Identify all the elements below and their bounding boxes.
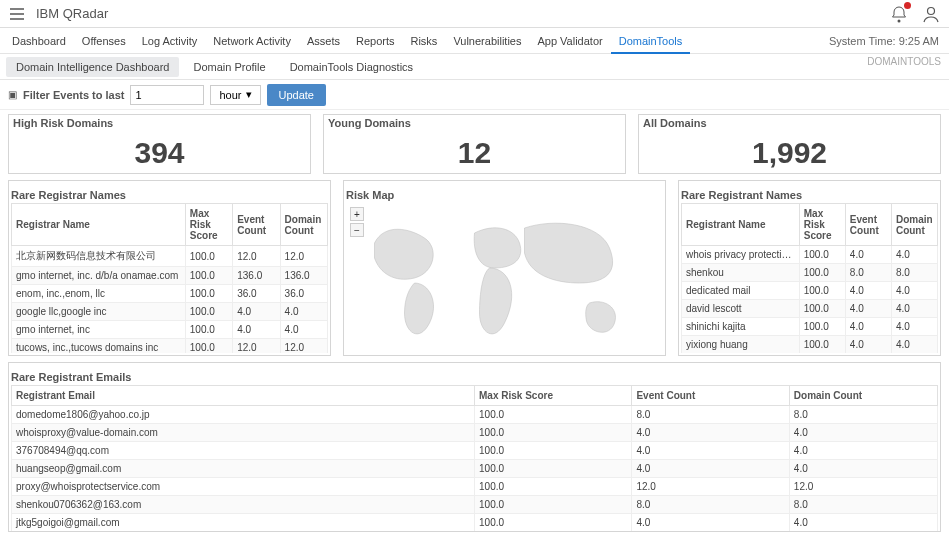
table-row[interactable]: shenkou100.08.08.0 — [682, 264, 938, 282]
table-cell: 4.0 — [632, 514, 789, 532]
registrant-panel: Rare Registrant Names Registrant Name Ma… — [678, 180, 941, 356]
table-row[interactable]: dedicated mail100.04.04.0 — [682, 282, 938, 300]
tab-risks[interactable]: Risks — [402, 28, 445, 54]
tab-domaintools[interactable]: DomainTools — [611, 28, 691, 54]
filter-unit-dropdown[interactable]: hour ▾ — [210, 85, 260, 105]
table-cell: 100.0 — [799, 300, 845, 318]
subtab-diagnostics[interactable]: DomainTools Diagnostics — [280, 57, 424, 77]
table-cell: 4.0 — [632, 460, 789, 478]
table-row[interactable]: yixiong huang100.04.04.0 — [682, 336, 938, 354]
tab-network-activity[interactable]: Network Activity — [205, 28, 299, 54]
col-max-risk[interactable]: Max Risk Score — [185, 204, 232, 246]
table-cell: 136.0 — [280, 267, 327, 285]
user-icon[interactable] — [921, 4, 941, 24]
table-cell: 4.0 — [891, 318, 937, 336]
table-cell: 4.0 — [632, 424, 789, 442]
table-row[interactable]: huangseop@gmail.com100.04.04.0 — [12, 460, 938, 478]
brand-title: IBM QRadar — [36, 6, 108, 21]
table-cell: yixiong huang — [682, 336, 800, 354]
table-row[interactable]: google llc,google inc100.04.04.0 — [12, 303, 328, 321]
table-row[interactable]: whois privacy protection service by valu… — [682, 246, 938, 264]
map-panel: Risk Map + − — [343, 180, 666, 356]
registrant-scroll[interactable]: Registrant Name Max Risk Score Event Cou… — [681, 203, 938, 353]
table-row[interactable]: jtkg5goigoi@gmail.com100.04.04.0 — [12, 514, 938, 532]
zoom-out-icon[interactable]: − — [350, 223, 364, 237]
map-zoom-controls: + − — [350, 207, 364, 237]
table-cell: 100.0 — [475, 532, 632, 533]
table-cell: 100.0 — [799, 246, 845, 264]
card-title: Young Domains — [324, 115, 625, 131]
table-row[interactable]: whoisproxy@value-domain.com100.04.04.0 — [12, 424, 938, 442]
emails-panel: Rare Registrant Emails Registrant Email … — [8, 362, 941, 532]
table-row[interactable]: 376708494@qq.com100.04.04.0 — [12, 442, 938, 460]
topbar: IBM QRadar — [0, 0, 949, 28]
notifications-icon[interactable] — [889, 4, 909, 24]
tab-offenses[interactable]: Offenses — [74, 28, 134, 54]
table-row[interactable]: shinichi kajita100.04.04.0 — [682, 318, 938, 336]
table-cell: 100.0 — [475, 496, 632, 514]
filter-value-input[interactable] — [130, 85, 204, 105]
collapse-icon[interactable]: ▣ — [8, 89, 17, 100]
table-row[interactable]: 北京新网数码信息技术有限公司100.012.012.0 — [12, 246, 328, 267]
table-cell: shenkou0706362@163.com — [12, 496, 475, 514]
table-cell: jtkg5goigoi@gmail.com — [12, 514, 475, 532]
tab-reports[interactable]: Reports — [348, 28, 403, 54]
tab-vulnerabilities[interactable]: Vulnerabilities — [445, 28, 529, 54]
risk-map[interactable]: + − — [346, 203, 663, 353]
table-row[interactable]: gmo internet, inc. d/b/a onamae.com100.0… — [12, 267, 328, 285]
col-event-count[interactable]: Event Count — [632, 386, 789, 406]
table-cell: whois privacy protection service by valu… — [682, 246, 800, 264]
col-max-risk[interactable]: Max Risk Score — [799, 204, 845, 246]
table-row[interactable]: sales@termfly.net100.04.04.0 — [12, 532, 938, 533]
col-registrar-name[interactable]: Registrar Name — [12, 204, 186, 246]
table-row[interactable]: david lescott100.04.04.0 — [682, 300, 938, 318]
table-row[interactable]: domedome1806@yahoo.co.jp100.08.08.0 — [12, 406, 938, 424]
table-cell: 4.0 — [845, 336, 891, 354]
world-map-svg — [346, 203, 663, 353]
tab-log-activity[interactable]: Log Activity — [134, 28, 206, 54]
registrar-scroll[interactable]: Registrar Name Max Risk Score Event Coun… — [11, 203, 328, 353]
col-event-count[interactable]: Event Count — [845, 204, 891, 246]
table-cell: 100.0 — [185, 246, 232, 267]
table-cell: 8.0 — [891, 264, 937, 282]
table-cell: enom, inc.,enom, llc — [12, 285, 186, 303]
zoom-in-icon[interactable]: + — [350, 207, 364, 221]
notification-badge — [904, 2, 911, 9]
table-row[interactable]: gmo internet, inc100.04.04.0 — [12, 321, 328, 339]
registrar-table: Registrar Name Max Risk Score Event Coun… — [11, 203, 328, 353]
col-domain-count[interactable]: Domain Count — [280, 204, 327, 246]
tab-dashboard[interactable]: Dashboard — [4, 28, 74, 54]
table-cell: 4.0 — [632, 442, 789, 460]
col-email[interactable]: Registrant Email — [12, 386, 475, 406]
card-title: All Domains — [639, 115, 940, 131]
table-row[interactable]: enom, inc.,enom, llc100.036.036.0 — [12, 285, 328, 303]
col-event-count[interactable]: Event Count — [233, 204, 280, 246]
filter-label: Filter Events to last — [23, 89, 124, 101]
col-domain-count[interactable]: Domain Count — [789, 386, 937, 406]
table-cell: david lescott — [682, 300, 800, 318]
table-row[interactable]: tucows, inc.,tucows domains inc100.012.0… — [12, 339, 328, 354]
table-cell: 8.0 — [789, 496, 937, 514]
subtab-intelligence-dashboard[interactable]: Domain Intelligence Dashboard — [6, 57, 179, 77]
table-cell: 100.0 — [799, 264, 845, 282]
update-button[interactable]: Update — [267, 84, 326, 106]
system-time: System Time: 9:25 AM — [829, 35, 945, 47]
col-registrant-name[interactable]: Registrant Name — [682, 204, 800, 246]
table-row[interactable]: shenkou0706362@163.com100.08.08.0 — [12, 496, 938, 514]
table-cell: 4.0 — [789, 532, 937, 533]
filter-row: ▣ Filter Events to last hour ▾ Update — [0, 80, 949, 110]
subtab-domain-profile[interactable]: Domain Profile — [183, 57, 275, 77]
tab-app-validator[interactable]: App Validator — [529, 28, 610, 54]
tab-assets[interactable]: Assets — [299, 28, 348, 54]
table-cell: 100.0 — [799, 282, 845, 300]
sub-nav: Domain Intelligence Dashboard Domain Pro… — [0, 54, 949, 80]
svg-point-0 — [898, 19, 901, 22]
col-domain-count[interactable]: Domain Count — [891, 204, 937, 246]
col-max-risk[interactable]: Max Risk Score — [475, 386, 632, 406]
registrant-table: Registrant Name Max Risk Score Event Cou… — [681, 203, 938, 353]
hamburger-icon[interactable] — [8, 5, 26, 23]
table-cell: tucows, inc.,tucows domains inc — [12, 339, 186, 354]
table-cell: google llc,google inc — [12, 303, 186, 321]
table-row[interactable]: proxy@whoisprotectservice.com100.012.012… — [12, 478, 938, 496]
card-value: 394 — [9, 131, 310, 175]
